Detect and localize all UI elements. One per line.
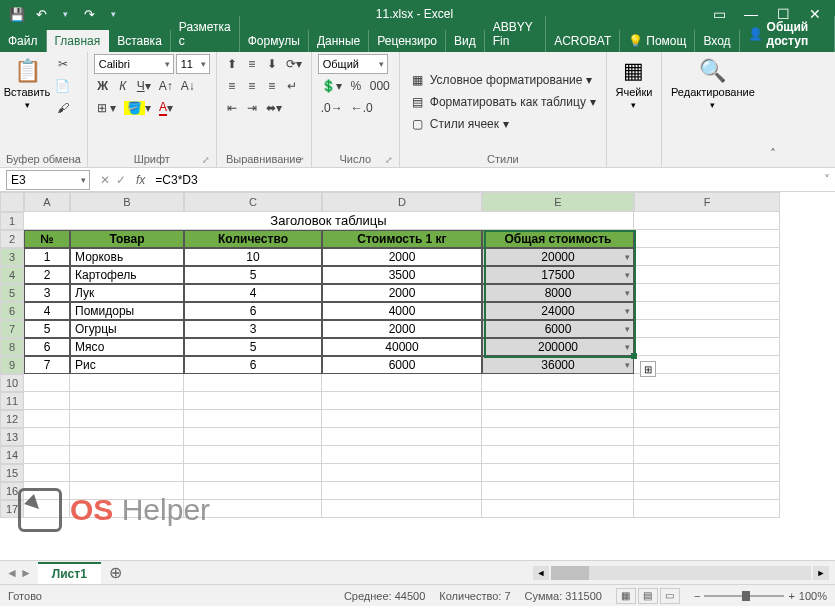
cell[interactable]: [184, 428, 322, 446]
cell[interactable]: [634, 266, 780, 284]
hscroll-left[interactable]: ◄: [533, 566, 549, 580]
cell[interactable]: [322, 374, 482, 392]
cell[interactable]: [24, 410, 70, 428]
conditional-formatting-button[interactable]: ▦Условное форматирование ▾: [406, 71, 600, 89]
cell[interactable]: 2000: [322, 248, 482, 266]
cut-button[interactable]: ✂: [52, 54, 73, 74]
col-header[interactable]: E: [482, 192, 634, 212]
tell-me[interactable]: 💡Помощ: [620, 30, 695, 52]
row-header[interactable]: 15: [0, 464, 24, 482]
cell[interactable]: 3500: [322, 266, 482, 284]
cell[interactable]: Помидоры: [70, 302, 184, 320]
cell[interactable]: [634, 464, 780, 482]
cell[interactable]: [322, 500, 482, 518]
row-header[interactable]: 13: [0, 428, 24, 446]
col-header[interactable]: C: [184, 192, 322, 212]
cell[interactable]: [482, 428, 634, 446]
share-button[interactable]: 👤Общий доступ: [740, 16, 835, 52]
cell[interactable]: [24, 428, 70, 446]
cell[interactable]: 6: [184, 302, 322, 320]
cell[interactable]: [70, 374, 184, 392]
cell[interactable]: [634, 284, 780, 302]
format-painter-button[interactable]: 🖌: [52, 98, 73, 118]
cell[interactable]: [24, 392, 70, 410]
cell[interactable]: [634, 482, 780, 500]
cell[interactable]: 4: [184, 284, 322, 302]
cell[interactable]: 3: [24, 284, 70, 302]
cell[interactable]: 1: [24, 248, 70, 266]
cell[interactable]: 17500: [482, 266, 634, 284]
cell[interactable]: [634, 410, 780, 428]
cell[interactable]: [482, 392, 634, 410]
fx-icon[interactable]: fx: [136, 173, 151, 187]
cell[interactable]: 8000: [482, 284, 634, 302]
cancel-formula-button[interactable]: ✕: [100, 173, 110, 187]
cell[interactable]: [70, 410, 184, 428]
tab-formulas[interactable]: Формулы: [240, 30, 309, 52]
cell-styles-button[interactable]: ▢Стили ячеек ▾: [406, 115, 600, 133]
cells-button[interactable]: ▦Ячейки▾: [613, 54, 655, 162]
cell[interactable]: Картофель: [70, 266, 184, 284]
cell[interactable]: [70, 392, 184, 410]
cell[interactable]: 36000: [482, 356, 634, 374]
redo-button[interactable]: ↷: [78, 3, 100, 25]
cell[interactable]: 5: [184, 266, 322, 284]
col-header[interactable]: D: [322, 192, 482, 212]
cell[interactable]: 6: [24, 338, 70, 356]
cell[interactable]: 24000: [482, 302, 634, 320]
align-left-button[interactable]: ≡: [223, 76, 241, 96]
cell[interactable]: [634, 446, 780, 464]
sign-in[interactable]: Вход: [695, 30, 739, 52]
font-size-select[interactable]: 11: [176, 54, 210, 74]
table-header[interactable]: Стоимость 1 кг: [322, 230, 482, 248]
cell[interactable]: 2000: [322, 320, 482, 338]
cell[interactable]: [24, 446, 70, 464]
cell[interactable]: [322, 410, 482, 428]
enter-formula-button[interactable]: ✓: [116, 173, 126, 187]
orientation-button[interactable]: ⟳▾: [283, 54, 305, 74]
fill-color-button[interactable]: 🪣▾: [121, 98, 154, 118]
cell[interactable]: [482, 464, 634, 482]
undo-menu[interactable]: ▾: [54, 3, 76, 25]
decrease-font-button[interactable]: A↓: [178, 76, 198, 96]
wrap-text-button[interactable]: ↵: [283, 76, 301, 96]
cell[interactable]: Лук: [70, 284, 184, 302]
row-header[interactable]: 7: [0, 320, 24, 338]
zoom-slider[interactable]: [704, 595, 784, 597]
hscroll-right[interactable]: ►: [813, 566, 829, 580]
decrease-decimal-button[interactable]: ←.0: [348, 98, 376, 118]
tab-layout[interactable]: Разметка с: [171, 16, 240, 52]
cell[interactable]: [322, 482, 482, 500]
cell[interactable]: [634, 302, 780, 320]
cell[interactable]: [634, 500, 780, 518]
tab-insert[interactable]: Вставка: [109, 30, 171, 52]
cell[interactable]: [634, 338, 780, 356]
autofill-options-button[interactable]: ⊞: [640, 361, 656, 377]
merge-button[interactable]: ⬌▾: [263, 98, 285, 118]
col-header[interactable]: B: [70, 192, 184, 212]
comma-button[interactable]: 000: [367, 76, 393, 96]
cell[interactable]: [634, 248, 780, 266]
ribbon-display-options[interactable]: ▭: [705, 3, 733, 25]
cell[interactable]: [24, 374, 70, 392]
expand-formula-bar[interactable]: ˅: [819, 173, 835, 187]
tab-home[interactable]: Главная: [47, 30, 110, 52]
row-header[interactable]: 6: [0, 302, 24, 320]
cell[interactable]: 5: [24, 320, 70, 338]
increase-font-button[interactable]: A↑: [156, 76, 176, 96]
view-pagebreak-button[interactable]: ▭: [660, 588, 680, 604]
row-header[interactable]: 5: [0, 284, 24, 302]
cell[interactable]: 10: [184, 248, 322, 266]
tab-abbyy[interactable]: ABBYY Fin: [485, 16, 546, 52]
align-top-button[interactable]: ⬆: [223, 54, 241, 74]
row-header[interactable]: 12: [0, 410, 24, 428]
cell[interactable]: [634, 392, 780, 410]
align-middle-button[interactable]: ≡: [243, 54, 261, 74]
cell[interactable]: [70, 464, 184, 482]
font-launcher[interactable]: ⤢: [202, 155, 210, 165]
zoom-level[interactable]: 100%: [799, 590, 827, 602]
zoom-out-button[interactable]: −: [694, 590, 700, 602]
cell[interactable]: [482, 482, 634, 500]
new-sheet-button[interactable]: ⊕: [101, 563, 130, 582]
cell[interactable]: 2: [24, 266, 70, 284]
